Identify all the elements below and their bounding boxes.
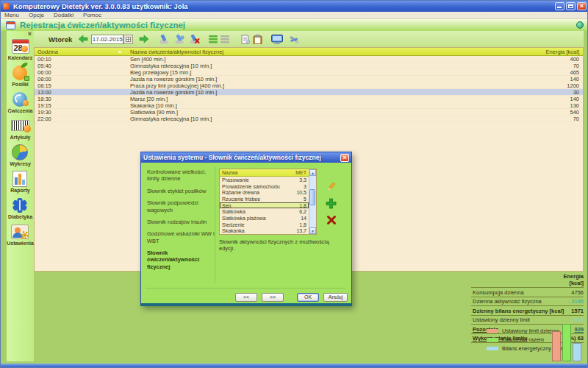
row-energy: 140 [528, 96, 583, 102]
day-label: Wtorek [49, 35, 72, 43]
menu-item-opcje[interactable]: Opcje [29, 12, 44, 18]
dictionary-row[interactable]: Prowadzenie samochodu 3 [220, 183, 309, 190]
copy-button[interactable] [241, 35, 250, 44]
window-bottom-border [1, 364, 588, 368]
dict-row-name: Prowadzenie samochodu [220, 184, 290, 189]
dictionary-row[interactable]: Rzucanie frisbee 5 [220, 196, 309, 202]
legend-label: Ustawiony limit dzienny [502, 328, 559, 334]
dialog-body: Kontrolowane wielkości, limity dzienne S… [141, 163, 351, 303]
dictionary-row[interactable]: Rąbanie drewna 10,5 [220, 189, 309, 196]
scroll-up-icon[interactable]: ▲ [309, 169, 316, 176]
dictionary-row[interactable]: Prasowanie 3,3 [220, 177, 309, 183]
table-row[interactable]: 22:00 Gimnastyka rekreacyjna [10 min.] 7… [35, 116, 583, 122]
add-entry-button[interactable] [158, 35, 169, 44]
dialog-separator [215, 167, 215, 283]
list-view-button[interactable] [209, 35, 218, 43]
dialog-menu-item-ww-wbt[interactable]: Godzinowe wskaźniki WW i WBT [147, 230, 215, 244]
summary-value: 1571 [571, 308, 584, 314]
dialog-menu-item-wagowe[interactable]: Słownik podpowiedzi wagowych [147, 199, 215, 213]
dictionary-row[interactable]: Siatkówka 6,2 [220, 208, 309, 215]
dict-row-met: 10,5 [290, 190, 309, 195]
summary-header: Energia [kcal] [471, 273, 584, 288]
sidebar-item-kalendarz[interactable]: 28 Kalendarz [8, 38, 32, 60]
close-button[interactable]: × [577, 2, 587, 10]
row-time: 05:40 [35, 63, 128, 69]
sidebar-item-posilki[interactable]: Posiłki [12, 64, 29, 87]
copy-icon [241, 35, 250, 44]
summary-label: Dzienny bilans energetyczny [kcal] [473, 308, 564, 314]
sidebar-item-diabetyka[interactable]: Diabetyka [8, 197, 32, 219]
maximize-button[interactable] [566, 2, 576, 10]
legend-swatch [487, 338, 498, 342]
dialog-menu-item-limity[interactable]: Kontrolowane wielkości, limity dzienne [147, 169, 215, 183]
column-header-godzina[interactable]: Godzina [35, 49, 128, 55]
minimize-button[interactable] [555, 2, 564, 10]
chart-bar [562, 324, 571, 361]
paste-button[interactable] [253, 35, 262, 44]
dict-row-name: Skakanka [220, 228, 290, 233]
menu-item-menu[interactable]: Menu [4, 12, 19, 18]
tools-button[interactable] [289, 35, 299, 44]
dictionary-row[interactable]: Siedzenie 1,8 [220, 222, 309, 228]
dialog-menu-item-etykiety[interactable]: Słownik etykiet posiłków [147, 188, 215, 194]
menu-item-pomoc[interactable]: Pomoc [83, 12, 101, 18]
dialog-menu-item-insuliny[interactable]: Słownik rodzajów insulin [147, 219, 215, 225]
dictionary-row[interactable]: Siatkówka plażowa 14 [220, 215, 309, 222]
ok-button[interactable]: OK [297, 293, 319, 302]
dict-column-met[interactable]: MET [290, 170, 309, 175]
add-item-button[interactable] [326, 198, 337, 212]
dialog-menu-item-cwiczenia[interactable]: Słownik ćwiczeń/aktywności fizycznej [147, 250, 215, 270]
previous-day-button[interactable] [78, 35, 88, 43]
delete-item-button[interactable] [326, 215, 337, 228]
globe-icon[interactable] [576, 21, 584, 29]
plus-icon [326, 198, 337, 209]
next-day-button[interactable] [139, 35, 149, 43]
sidebar: × 28 Kalendarz Posiłki Ćwiczenia Artykuł… [7, 31, 34, 361]
chart-bar [552, 331, 561, 361]
row-time: 19:30 [35, 109, 128, 116]
row-name: Gimnastyka rekreacyjna [10 min.] [128, 116, 528, 122]
sidebar-item-artykuly[interactable]: Artykuły [10, 117, 30, 140]
calendar-dropdown-button[interactable] [123, 35, 133, 44]
add-entry-icon [158, 35, 169, 44]
form-icon [6, 21, 15, 29]
column-header-nazwa[interactable]: Nazwa ćwiczenia/aktywności fizycznej [128, 49, 528, 55]
cancel-button[interactable]: Anuluj [323, 293, 348, 302]
row-energy: 140 [528, 76, 583, 82]
delete-entry-button[interactable] [189, 35, 200, 44]
table-header: Godzina Nazwa ćwiczenia/aktywności fizyc… [35, 48, 583, 56]
menu-item-dodatki[interactable]: Dodatki [54, 12, 74, 18]
scrollbar-thumb[interactable] [309, 189, 315, 205]
summary-row: Konsumpcja dzienna 4756 [471, 288, 584, 297]
edit-entry-button[interactable] [173, 35, 184, 44]
sidebar-item-ustawienia[interactable]: Ustawienia [7, 223, 34, 246]
arrow-right-icon [139, 35, 149, 43]
screen-view-button[interactable] [271, 35, 283, 44]
dictionary-row[interactable]: Sen 1,8 [220, 202, 309, 209]
user-gear-icon [11, 223, 29, 240]
row-name: Bieg przełajowy [15 min.] [128, 69, 528, 76]
dict-column-nazwa[interactable]: Nazwa [220, 170, 290, 175]
next-page-button[interactable]: >> [262, 293, 284, 302]
summary-row: Dzienna aktywność fizyczna - 3185 [471, 297, 584, 307]
dictionary-header: Nazwa MET [220, 169, 309, 177]
row-name: Gimnastyka rekreacyjna [10 min.] [128, 63, 528, 69]
dialog-close-button[interactable]: × [340, 154, 349, 162]
summary-label: Konsumpcja dzienna [473, 289, 524, 296]
dictionary-description: Słownik aktywności fizycznych z możliwoś… [219, 238, 343, 252]
edit-item-button[interactable] [326, 182, 336, 195]
module-header: Rejestracja ćwiczeń/aktywności fizycznej [1, 19, 588, 31]
sidebar-item-raporty[interactable]: Raporty [10, 170, 29, 193]
column-header-energia[interactable]: Energia [kcal] [528, 49, 583, 55]
legend-label: Ćwiczenia razem [502, 336, 544, 343]
row-time: 08:00 [35, 76, 128, 82]
prev-page-button[interactable]: << [235, 293, 257, 302]
scroll-down-icon[interactable]: ▼ [309, 227, 316, 234]
dialog-title: Ustawienia systemu - Słownik ćwiczeń/akt… [143, 154, 340, 161]
sidebar-item-cwiczenia[interactable]: Ćwiczenia [8, 91, 33, 113]
sidebar-close-icon[interactable]: × [28, 31, 32, 38]
date-input[interactable] [91, 35, 123, 44]
sidebar-item-wykresy[interactable]: Wykresy [10, 144, 31, 166]
dictionary-row[interactable]: Skakanka 13,7 [220, 228, 309, 235]
list-view-alt-button[interactable] [220, 35, 229, 43]
